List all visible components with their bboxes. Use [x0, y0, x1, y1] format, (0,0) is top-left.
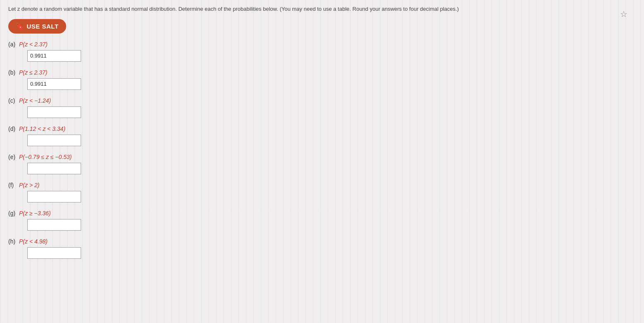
problem-label-h: (h)P(z < 4.98)	[8, 238, 636, 245]
problem-section-b: (b)P(z ≤ 2.37)	[8, 69, 636, 90]
math-expr-f: P(z > 2)	[19, 182, 39, 188]
problem-label-c: (c)P(z < −1.24)	[8, 97, 636, 104]
problem-label-b: (b)P(z ≤ 2.37)	[8, 69, 636, 76]
problem-section-d: (d)P(1.12 < z < 3.34)	[8, 125, 636, 146]
part-letter-d: (d)	[8, 125, 17, 132]
math-expr-c: P(z < −1.24)	[19, 97, 51, 104]
problem-label-g: (g)P(z ≥ −3.36)	[8, 210, 636, 217]
problem-section-h: (h)P(z < 4.98)	[8, 238, 636, 259]
problems-container: (a)P(z < 2.37)(b)P(z ≤ 2.37)(c)P(z < −1.…	[8, 41, 636, 259]
math-expr-h: P(z < 4.98)	[19, 238, 48, 245]
star-icon: ☆	[620, 9, 627, 19]
problem-label-d: (d)P(1.12 < z < 3.34)	[8, 125, 636, 132]
part-letter-h: (h)	[8, 238, 17, 245]
math-expr-d: P(1.12 < z < 3.34)	[19, 125, 65, 132]
intro-text: Let z denote a random variable that has …	[8, 5, 629, 13]
part-letter-f: (f)	[8, 182, 17, 188]
answer-input-g[interactable]	[27, 219, 81, 231]
problem-label-a: (a)P(z < 2.37)	[8, 41, 636, 48]
use-salt-label: USE SALT	[27, 23, 59, 30]
problem-section-a: (a)P(z < 2.37)	[8, 41, 636, 62]
part-letter-a: (a)	[8, 41, 17, 48]
answer-input-a[interactable]	[27, 50, 81, 62]
problem-label-e: (e)P(−0.79 ≤ z ≤ −0.53)	[8, 154, 636, 160]
math-expr-a: P(z < 2.37)	[19, 41, 48, 48]
math-expr-g: P(z ≥ −3.36)	[19, 210, 51, 217]
part-letter-c: (c)	[8, 97, 17, 104]
answer-input-d[interactable]	[27, 135, 81, 146]
problem-section-g: (g)P(z ≥ −3.36)	[8, 210, 636, 231]
problem-section-c: (c)P(z < −1.24)	[8, 97, 636, 118]
answer-input-e[interactable]	[27, 163, 81, 174]
part-letter-e: (e)	[8, 154, 17, 160]
bookmark-icon: 🔖	[16, 22, 24, 30]
part-letter-b: (b)	[8, 69, 17, 76]
answer-input-f[interactable]	[27, 191, 81, 202]
answer-input-c[interactable]	[27, 106, 81, 118]
problem-label-f: (f)P(z > 2)	[8, 182, 636, 188]
problem-section-e: (e)P(−0.79 ≤ z ≤ −0.53)	[8, 154, 636, 174]
part-letter-g: (g)	[8, 210, 17, 217]
problem-section-f: (f)P(z > 2)	[8, 182, 636, 202]
use-salt-button[interactable]: 🔖 USE SALT	[8, 19, 66, 34]
answer-input-h[interactable]	[27, 247, 81, 259]
answer-input-b[interactable]	[27, 78, 81, 90]
math-expr-b: P(z ≤ 2.37)	[19, 69, 47, 76]
math-expr-e: P(−0.79 ≤ z ≤ −0.53)	[19, 154, 72, 160]
